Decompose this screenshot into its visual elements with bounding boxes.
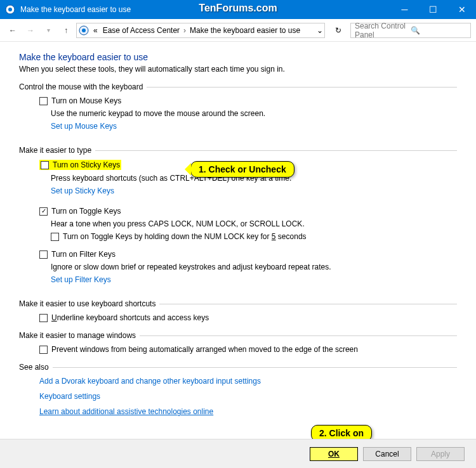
- search-placeholder: Search Control Panel: [355, 22, 411, 39]
- ok-button[interactable]: OK: [310, 447, 358, 461]
- search-icon[interactable]: 🔍: [411, 26, 466, 35]
- filter-keys-desc: Ignore or slow down brief or repeated ke…: [51, 263, 457, 271]
- annotation-1: 1. Check or Uncheck: [190, 161, 294, 178]
- back-button[interactable]: ←: [5, 23, 20, 38]
- mouse-keys-label: Turn on Mouse Keys: [51, 96, 121, 105]
- window-title: Make the keyboard easier to use: [20, 5, 131, 14]
- breadcrumb-prefix: «: [91, 26, 100, 35]
- section-mouse-header: Control the mouse with the keyboard: [19, 82, 147, 91]
- search-input[interactable]: Search Control Panel 🔍: [350, 23, 471, 38]
- page-subtitle: When you select these tools, they will a…: [19, 65, 457, 74]
- assistive-tech-link[interactable]: Learn about additional assistive technol…: [39, 407, 213, 416]
- mouse-keys-checkbox[interactable]: Turn on Mouse Keys: [39, 96, 457, 105]
- mouse-keys-desc: Use the numeric keypad to move the mouse…: [51, 109, 457, 118]
- filter-keys-checkbox[interactable]: Turn on Filter Keys: [39, 250, 457, 259]
- app-icon: [5, 4, 15, 15]
- address-bar[interactable]: « Ease of Access Center › Make the keybo…: [76, 23, 325, 38]
- toggle-keys-label: Turn on Toggle Keys: [51, 207, 121, 216]
- chevron-right-icon: ›: [182, 26, 187, 35]
- sticky-keys-label: Turn on Sticky Keys: [53, 160, 120, 169]
- address-dropdown-icon[interactable]: ⌄: [317, 26, 323, 35]
- setup-mouse-keys-link[interactable]: Set up Mouse Keys: [51, 122, 117, 131]
- cancel-button[interactable]: Cancel: [363, 447, 411, 461]
- prevent-snap-label: Prevent windows from being automatically…: [51, 345, 358, 354]
- section-type-header: Make it easier to type: [19, 146, 95, 155]
- refresh-button[interactable]: ↻: [331, 23, 345, 37]
- svg-point-3: [82, 29, 86, 32]
- toggle-keys-desc: Hear a tone when you press CAPS LOCK, NU…: [51, 219, 457, 228]
- minimize-button[interactable]: ─: [390, 0, 419, 19]
- setup-sticky-keys-link[interactable]: Set up Sticky Keys: [51, 186, 114, 195]
- maximize-button[interactable]: ☐: [419, 0, 447, 19]
- filter-keys-label: Turn on Filter Keys: [51, 250, 116, 259]
- underline-shortcuts-checkbox[interactable]: Underline keyboard shortcuts and access …: [39, 313, 457, 322]
- section-shortcuts-header: Make it easier to use keyboard shortcuts: [19, 299, 159, 308]
- toggle-keys-hold-checkbox[interactable]: Turn on Toggle Keys by holding down the …: [51, 232, 457, 241]
- forward-button[interactable]: →: [23, 23, 38, 38]
- close-button[interactable]: ✕: [447, 0, 476, 19]
- watermark-text: TenForums.com: [199, 3, 277, 14]
- setup-filter-keys-link[interactable]: Set up Filter Keys: [51, 275, 111, 284]
- title-bar: Make the keyboard easier to use TenForum…: [0, 0, 476, 19]
- apply-button: Apply: [416, 447, 465, 461]
- toggle-keys-checkbox[interactable]: Turn on Toggle Keys: [39, 207, 457, 216]
- sticky-keys-checkbox[interactable]: Turn on Sticky Keys: [39, 160, 121, 170]
- nav-bar: ← → ▾ ↑ « Ease of Access Center › Make t…: [0, 19, 476, 42]
- keyboard-settings-link[interactable]: Keyboard settings: [39, 392, 100, 401]
- section-seealso-header: See also: [19, 363, 53, 372]
- svg-point-1: [8, 8, 12, 11]
- control-panel-icon: [78, 25, 89, 36]
- content-area: Make the keyboard easier to use When you…: [0, 42, 476, 439]
- page-title: Make the keyboard easier to use: [19, 52, 457, 62]
- button-bar: OK Cancel Apply: [0, 439, 476, 468]
- breadcrumb-current: Make the keyboard easier to use: [187, 26, 303, 35]
- breadcrumb-ease-of-access[interactable]: Ease of Access Center: [100, 26, 182, 35]
- dvorak-link[interactable]: Add a Dvorak keyboard and change other k…: [39, 377, 261, 386]
- section-windows-header: Make it easier to manage windows: [19, 331, 140, 340]
- up-button[interactable]: ↑: [58, 23, 74, 38]
- prevent-snap-checkbox[interactable]: Prevent windows from being automatically…: [39, 345, 457, 354]
